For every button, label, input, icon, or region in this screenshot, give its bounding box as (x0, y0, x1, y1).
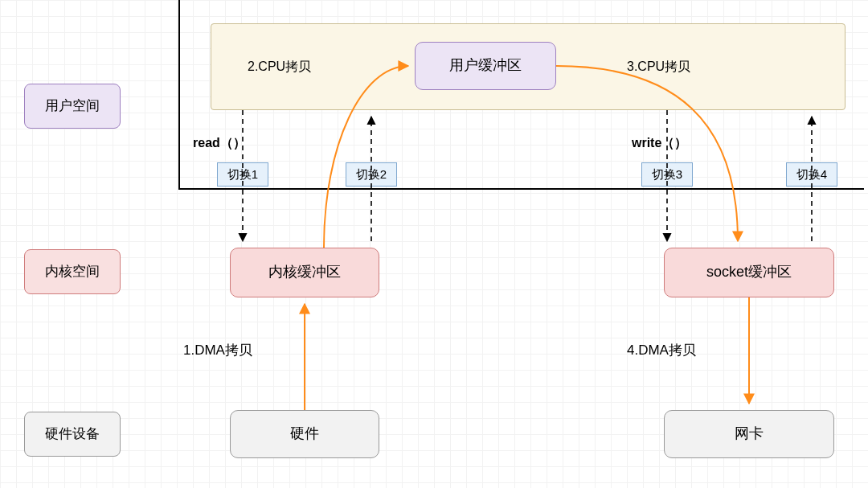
kernel-buffer-box: 内核缓冲区 (230, 248, 379, 297)
label-cpu-copy-2: 2.CPU拷贝 (248, 59, 311, 76)
category-kernel-space: 内核空间 (24, 249, 121, 294)
switch-3: 切换3 (641, 162, 693, 187)
label-dma-1: 1.DMA拷贝 (183, 341, 252, 359)
hardware-box: 硬件 (230, 410, 379, 458)
nic-box: 网卡 (664, 410, 834, 458)
category-user-space: 用户空间 (24, 84, 121, 129)
label-read-syscall: read（） (193, 135, 246, 152)
diagram-canvas: 用户空间 内核空间 硬件设备 2.CPU拷贝 用户缓冲区 3.CPU拷贝 rea… (0, 0, 868, 488)
user-buffer-box: 用户缓冲区 (415, 42, 556, 90)
label-cpu-copy-3: 3.CPU拷贝 (627, 59, 690, 76)
label-write-syscall: write（） (632, 135, 687, 152)
switch-4: 切换4 (786, 162, 837, 187)
category-hardware-devices: 硬件设备 (24, 412, 121, 457)
label-dma-4: 4.DMA拷贝 (627, 341, 696, 359)
switch-2: 切换2 (346, 162, 397, 187)
socket-buffer-box: socket缓冲区 (664, 248, 834, 297)
switch-1: 切换1 (217, 162, 268, 187)
